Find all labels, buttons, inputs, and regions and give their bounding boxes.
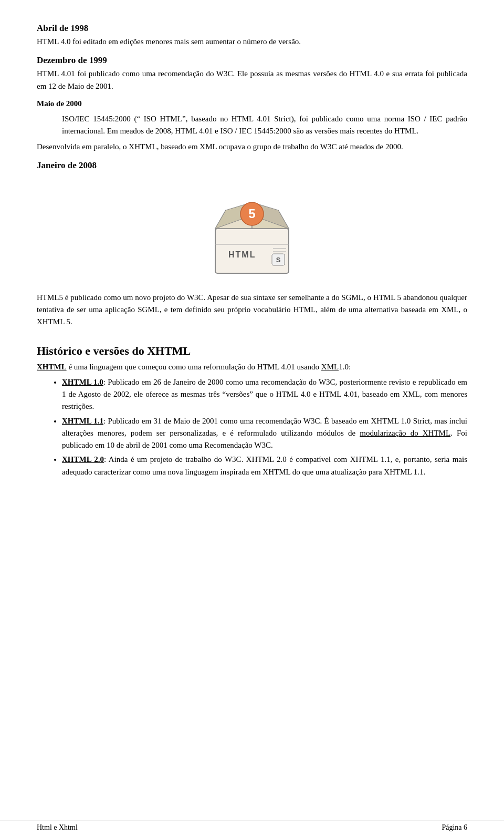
dezembro-title: Dezembro de 1999 (37, 55, 467, 66)
maio-paragraph1: ISO/IEC 15445:2000 (“ ISO HTML”, baseado… (62, 113, 467, 138)
maio-paragraph2: Desenvolvida em paralelo, o XHTML, basea… (37, 141, 467, 153)
xhtml-10-link: XHTML 1.0 (62, 378, 103, 386)
svg-text:HTML: HTML (228, 250, 256, 259)
xhtml-section-title: Histórico e versões do XHTML (37, 344, 467, 358)
maio-title-inline: Maio de 2000 (37, 98, 467, 110)
xhtml-link: XHTML (37, 363, 67, 371)
html5-image-container: HTML 5 S (37, 187, 467, 281)
xhtml-item-3: XHTML 2.0: Ainda é um projeto de trabalh… (62, 453, 467, 478)
xhtml-intro: XHTML é uma linguagem que começou como u… (37, 361, 467, 373)
janeiro-title: Janeiro de 2008 (37, 160, 467, 171)
maio-title-bold: Maio de 2000 (37, 99, 82, 108)
xhtml-20-link: XHTML 2.0 (62, 455, 104, 463)
xhtml-intro-rest: é uma linguagem que começou como uma ref… (67, 363, 321, 371)
modularizacao-link: modularização do XHTML (360, 429, 450, 437)
abril-title: Abril de 1998 (37, 23, 467, 34)
footer-right: Página 6 (442, 823, 467, 832)
xhtml-11-link: XHTML 1.1 (62, 417, 103, 425)
html5-paragraph: HTML5 é publicado como um novo projeto d… (37, 292, 467, 328)
xhtml-list: XHTML 1.0: Publicado em 26 de Janeiro de… (62, 376, 467, 478)
abril-paragraph: HTML 4.0 foi editado em edições menores … (37, 36, 467, 48)
xhtml-item-2: XHTML 1.1: Publicado em 31 de Maio de 20… (62, 415, 467, 452)
xml-link: XML (321, 363, 339, 371)
xhtml-item-1: XHTML 1.0: Publicado em 26 de Janeiro de… (62, 376, 467, 413)
dezembro-paragraph: HTML 4.01 foi publicado como uma recomen… (37, 68, 467, 92)
xml-rest: 1.0: (339, 363, 351, 371)
page-footer: Html e Xhtml Página 6 (0, 820, 504, 835)
svg-text:S: S (276, 256, 281, 264)
html5-illustration: HTML 5 S (200, 187, 304, 281)
footer-left: Html e Xhtml (37, 823, 78, 832)
svg-text:5: 5 (248, 207, 255, 221)
